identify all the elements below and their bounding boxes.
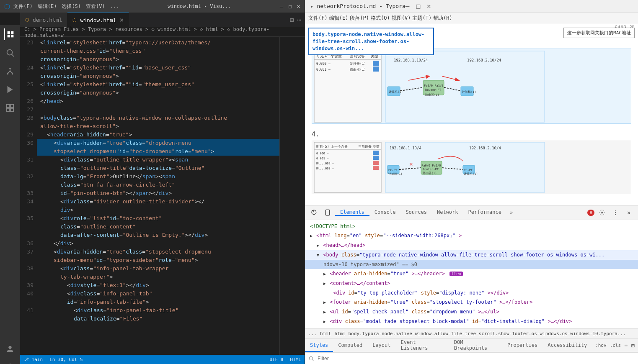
- split-editor-icon[interactable]: ⊞: [290, 16, 294, 24]
- dom-arrow-content[interactable]: ▶: [323, 281, 326, 286]
- svg-text:192.168.1.10/24: 192.168.1.10/24: [394, 58, 428, 62]
- minimap: [279, 37, 305, 355]
- close-icon[interactable]: ✕: [297, 3, 300, 10]
- styles-tab-styles[interactable]: Styles: [305, 339, 333, 352]
- dom-arrow-body[interactable]: ▼: [317, 253, 319, 257]
- styles-tab-dom-breakpoints[interactable]: DOM Breakpoints: [449, 339, 502, 352]
- menu-view[interactable]: 查看(V): [86, 3, 105, 10]
- activity-search-icon[interactable]: [4, 47, 16, 59]
- devtools-more-btn[interactable]: ⋮: [610, 207, 621, 218]
- hov-btn[interactable]: :hov: [595, 343, 607, 348]
- tab-more-icon[interactable]: ⋯: [297, 16, 301, 24]
- svg-rect-75: [325, 210, 329, 215]
- svg-rect-1: [11, 31, 13, 34]
- tab-demo-html[interactable]: ⬡ demo.html: [20, 13, 67, 27]
- expand-icon[interactable]: ⊞: [631, 342, 635, 349]
- devtools-tab-elements[interactable]: Elements: [335, 209, 369, 216]
- bc-body[interactable]: html body.typora-node.native-window.allo…: [334, 331, 625, 336]
- plus-btn[interactable]: +: [624, 342, 628, 349]
- devtools-close-btn[interactable]: ✕: [623, 207, 635, 218]
- line-numbers: 23 24 25 26 27 28 29 30 31: [20, 37, 37, 355]
- code-line-31b: class="outline-title" data-localize="Out…: [37, 164, 279, 172]
- dom-line-footer[interactable]: ▶ <footer aria-hidden="true" class="stop…: [305, 297, 638, 307]
- svg-rect-56: [373, 166, 379, 170]
- svg-rect-13: [7, 105, 10, 108]
- svg-text:计算机(1): 计算机(1): [464, 172, 478, 176]
- typora-minimize-icon[interactable]: —: [406, 2, 410, 10]
- vscode-panel: ⬡ 文件(F) 编辑(E) 选择(S) 查看(V) ... window.htm…: [0, 0, 305, 364]
- styles-tab-layout[interactable]: Layout: [367, 339, 395, 352]
- styles-filter-input[interactable]: [318, 356, 635, 361]
- devtools-tab-network[interactable]: Network: [432, 209, 463, 216]
- activity-run-icon[interactable]: [4, 84, 16, 95]
- menu-more[interactable]: ...: [110, 3, 119, 10]
- typora-close-icon[interactable]: ✕: [427, 2, 431, 10]
- tab-html-icon2: ⬡: [72, 18, 77, 23]
- cls-btn[interactable]: .cls: [610, 343, 621, 348]
- dom-line-content[interactable]: ▶ <content>…</content>: [305, 279, 638, 288]
- devtools-settings-btn[interactable]: [596, 207, 608, 218]
- dom-arrow-head[interactable]: ▶: [317, 243, 319, 248]
- dom-arrow-dict[interactable]: ▶: [323, 319, 326, 324]
- devtools-tab-performance[interactable]: Performance: [463, 209, 506, 216]
- styles-tabs: Styles Computed Layout Event Listeners D…: [305, 339, 638, 352]
- dom-line-dict-dialog[interactable]: ▶ <div class="modal fade stopselect bloc…: [305, 317, 638, 326]
- dom-line-html[interactable]: ▶ <html lang="en" style="--sidebar-width…: [305, 231, 638, 241]
- menu-paragraph-typora[interactable]: 段落(P): [350, 15, 369, 22]
- activity-account-icon[interactable]: [4, 343, 16, 355]
- svg-text:0.001 —: 0.001 —: [316, 68, 331, 72]
- activity-bar: [0, 25, 20, 364]
- code-line-34: <div class="divider outline-title-divide…: [37, 197, 279, 206]
- svg-point-77: [601, 212, 603, 213]
- network-image-1: 可见 +一个含量 当前设备 类型 0.000 — 发行量(1) 0.001 — …: [312, 49, 631, 124]
- dom-line-header[interactable]: ▶ <header aria-hidden="true" >…</header>…: [305, 269, 638, 279]
- menu-view-typora[interactable]: 视图(V): [392, 15, 411, 22]
- activity-explorer-icon[interactable]: [4, 28, 16, 40]
- dom-arrow-html[interactable]: ▶: [310, 233, 313, 238]
- typora-maximize-icon[interactable]: □: [416, 2, 420, 10]
- svg-rect-50: [373, 151, 379, 155]
- menu-help-typora[interactable]: 帮助(H): [433, 15, 452, 22]
- inspect-element-btn[interactable]: [308, 207, 320, 218]
- devtools-tab-console[interactable]: Console: [369, 209, 401, 216]
- statusbar-encoding: UTF-8: [269, 357, 283, 362]
- code-line-40: <div class="info-panel-tab": [37, 290, 279, 298]
- maximize-icon[interactable]: ☐: [288, 3, 292, 10]
- dom-line-body[interactable]: ▼ <body class="typora-node native-window…: [305, 250, 638, 260]
- menu-select[interactable]: 选择(S): [62, 3, 81, 10]
- menu-edit[interactable]: 编辑(E): [38, 3, 57, 10]
- code-line-35: <div role="list" id="toc-content": [37, 214, 279, 223]
- menu-format-typora[interactable]: 格式(O): [371, 15, 390, 22]
- bc-html[interactable]: html: [320, 331, 331, 336]
- activity-settings-icon[interactable]: [4, 361, 16, 364]
- menu-theme-typora[interactable]: 主题(T): [412, 15, 431, 22]
- code-line-28b: allow-file-tree-scroll">: [37, 122, 279, 131]
- styles-tab-accessibility[interactable]: Accessibility: [542, 339, 592, 352]
- styles-tab-properties[interactable]: Properties: [502, 339, 542, 352]
- menu-file[interactable]: 文件(F): [13, 3, 33, 10]
- vscode-editor-area: ⬡ demo.html ⬡ window.html × ⊞ ⋯ C: > Pro…: [20, 13, 305, 364]
- activity-extensions-icon[interactable]: [4, 102, 16, 114]
- dom-line-spell-check[interactable]: ▶ <ul id="spell-check-panel" class="drop…: [305, 307, 638, 317]
- menu-file-typora[interactable]: 文件(F): [308, 15, 328, 22]
- dom-arrow-spell[interactable]: ▶: [323, 310, 326, 314]
- menu-edit-typora[interactable]: 编辑(E): [329, 15, 349, 22]
- svg-point-7: [7, 73, 9, 75]
- code-editor[interactable]: 23 24 25 26 27 28 29 30 31: [20, 37, 305, 355]
- minimize-icon[interactable]: —: [280, 3, 283, 10]
- devtools-tab-sources[interactable]: Sources: [400, 209, 432, 216]
- dom-line-head[interactable]: ▶ <head>…</head>: [305, 241, 638, 250]
- styles-tab-computed[interactable]: Computed: [333, 339, 367, 352]
- devtools-tabs-more[interactable]: »: [506, 209, 516, 216]
- tab-close-icon[interactable]: ×: [120, 17, 124, 23]
- tab-window-html[interactable]: ⬡ window.html ×: [67, 13, 129, 27]
- dom-arrow-footer[interactable]: ▶: [323, 300, 326, 305]
- activity-git-icon[interactable]: [4, 65, 16, 77]
- dom-arrow-header[interactable]: ▶: [323, 272, 326, 276]
- device-toolbar-btn[interactable]: [322, 207, 333, 218]
- svg-line-11: [10, 71, 13, 73]
- dom-breadcrumb-path: ... html html body.typora-node.native-wi…: [305, 328, 638, 338]
- svg-rect-14: [10, 105, 13, 108]
- styles-tab-event-listeners[interactable]: Event Listeners: [396, 339, 449, 352]
- devtools-toolbar-right: 8 ⋮ ✕: [587, 207, 635, 218]
